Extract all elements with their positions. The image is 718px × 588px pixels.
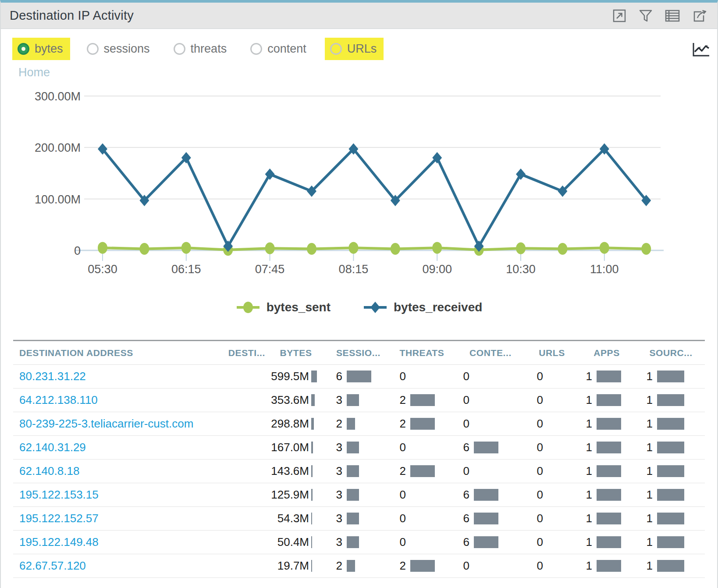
urls-value: 0	[527, 370, 543, 383]
source-bar	[657, 489, 684, 501]
sessions-value: 2	[327, 417, 342, 431]
table-row: 64.212.138.110353.6M320011	[13, 388, 705, 412]
maximize-icon[interactable]	[612, 8, 627, 23]
source-value: 1	[637, 393, 653, 407]
bytes-value: 167.0M	[265, 441, 309, 454]
bytes-sent-swatch-icon	[236, 300, 260, 314]
sessions-cell: 3	[327, 535, 390, 549]
threats-value: 0	[390, 512, 406, 525]
svg-text:05:30: 05:30	[88, 263, 117, 276]
apps-value: 1	[576, 488, 592, 502]
svg-text:06:15: 06:15	[171, 263, 201, 276]
sessions-value: 3	[327, 464, 342, 478]
bytes-cell: 50.4M	[265, 535, 327, 549]
col-urls[interactable]: URLS	[527, 348, 576, 358]
threats-cell: 0	[390, 370, 454, 383]
source-value: 1	[637, 441, 653, 454]
source-bar	[657, 371, 684, 382]
content-bar	[474, 513, 498, 524]
source-value: 1	[637, 370, 653, 383]
destination-address-link[interactable]: 64.212.138.110	[13, 393, 208, 407]
urls-value: 0	[527, 535, 543, 549]
table-view-icon[interactable]	[665, 8, 680, 23]
content-value: 6	[454, 488, 469, 502]
content-value: 6	[454, 441, 469, 454]
destination-address-link[interactable]: 80-239-225-3.teliacarrier-cust.com	[13, 417, 208, 431]
bytes-value: 125.9M	[265, 488, 309, 502]
source-value: 1	[637, 464, 653, 478]
legend-bytes-received[interactable]: bytes_received	[363, 300, 482, 314]
destination-address-link[interactable]: 62.140.31.29	[13, 441, 208, 454]
source-cell: 1	[637, 512, 705, 525]
line-chart-icon[interactable]	[692, 42, 710, 59]
apps-value: 1	[576, 512, 592, 525]
destination-address-link[interactable]: 195.122.152.57	[13, 512, 208, 525]
bytes-cell: 143.6M	[265, 464, 327, 478]
filter-icon[interactable]	[638, 8, 653, 23]
sessions-cell: 3	[327, 512, 390, 525]
destination-address-link[interactable]: 62.140.8.18	[13, 464, 208, 478]
destination-address-link[interactable]: 195.122.149.48	[13, 535, 208, 549]
bytes-value: 353.6M	[265, 393, 309, 407]
col-apps[interactable]: APPS	[576, 348, 637, 358]
sessions-bar	[347, 536, 359, 548]
sessions-value: 3	[327, 488, 342, 502]
legend-bytes-sent[interactable]: bytes_sent	[236, 300, 331, 314]
col-sessions[interactable]: SESSIO...	[327, 348, 390, 358]
urls-value: 0	[527, 559, 543, 573]
col-bytes[interactable]: BYTES	[265, 348, 327, 358]
col-destination-user[interactable]: DESTI...	[208, 348, 265, 358]
content-value: 0	[454, 464, 469, 478]
destination-address-link[interactable]: 195.122.153.15	[13, 488, 208, 502]
urls-cell: 0	[527, 393, 576, 407]
activity-chart[interactable]: 0100.00M200.00M300.00M05:3006:1507:4508:…	[1, 82, 702, 284]
apps-value: 1	[576, 535, 592, 549]
apps-value: 1	[576, 559, 592, 573]
radio-bytes[interactable]: bytes	[12, 38, 70, 60]
legend-bytes-sent-label: bytes_sent	[267, 300, 331, 314]
bytes-bar	[311, 442, 313, 453]
sessions-bar	[347, 513, 359, 524]
bytes-cell: 125.9M	[265, 488, 327, 502]
apps-bar	[597, 442, 621, 453]
content-cell: 0	[454, 464, 527, 478]
radio-sessions[interactable]: sessions	[82, 38, 157, 60]
col-threats[interactable]: THREATS	[390, 348, 454, 358]
threats-value: 0	[390, 441, 406, 454]
ip-table-body: 80.231.31.22599.5M60001164.212.138.11035…	[13, 365, 705, 578]
apps-value: 1	[576, 417, 592, 431]
source-cell: 1	[637, 559, 705, 573]
widget-toolbar	[612, 8, 708, 23]
col-source[interactable]: SOURC...	[637, 348, 705, 358]
threats-value: 0	[390, 535, 406, 549]
destination-address-link[interactable]: 80.231.31.22	[13, 370, 208, 383]
export-icon[interactable]	[692, 8, 708, 23]
apps-value: 1	[576, 393, 592, 407]
content-cell: 0	[454, 417, 527, 431]
urls-value: 0	[527, 393, 543, 407]
radio-threats[interactable]: threats	[168, 38, 234, 60]
apps-cell: 1	[576, 464, 637, 478]
content-cell: 6	[454, 512, 527, 525]
radio-urls[interactable]: URLs	[325, 38, 384, 60]
urls-cell: 0	[527, 559, 576, 573]
sessions-value: 6	[327, 370, 342, 383]
apps-cell: 1	[576, 370, 637, 383]
breadcrumb-home-link[interactable]: Home	[18, 66, 50, 79]
threats-cell: 2	[390, 417, 454, 431]
col-destination-address[interactable]: DESTINATION ADDRESS	[13, 348, 208, 358]
svg-text:10:30: 10:30	[506, 263, 536, 276]
urls-value: 0	[527, 417, 543, 431]
table-row: 62.140.31.29167.0M306011	[13, 436, 705, 460]
bytes-value: 143.6M	[265, 464, 309, 478]
sessions-cell: 3	[327, 488, 390, 502]
sessions-bar	[347, 371, 371, 382]
table-row: 62.67.57.12019.7M220011	[13, 554, 705, 578]
radio-content[interactable]: content	[245, 38, 313, 60]
content-value: 0	[454, 370, 469, 383]
content-value: 0	[454, 393, 469, 407]
col-content[interactable]: CONTE...	[454, 348, 527, 358]
destination-address-link[interactable]: 62.67.57.120	[13, 559, 208, 573]
urls-cell: 0	[527, 512, 576, 525]
source-bar	[657, 394, 684, 406]
